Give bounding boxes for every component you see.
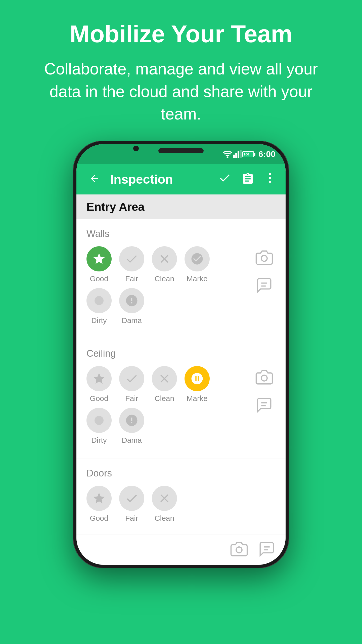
option-circle-walls-clean (152, 246, 177, 271)
svg-rect-2 (235, 153, 237, 158)
option-label-walls-damaged: Dama (122, 316, 142, 325)
action-icons-ceiling (253, 366, 276, 416)
option-walls-dirty[interactable]: Dirty (86, 288, 112, 325)
option-label-ceiling-fair: Fair (125, 394, 138, 403)
option-ceiling-dirty[interactable]: Dirty (86, 408, 112, 445)
svg-point-9 (269, 173, 271, 175)
option-label-doors-clean: Clean (155, 514, 174, 522)
svg-point-20 (236, 547, 242, 553)
check-button[interactable] (218, 171, 231, 187)
svg-point-11 (269, 181, 271, 183)
camera-button-walls[interactable] (253, 246, 276, 269)
options-area-doors: Good Fair (86, 486, 276, 528)
options-row-doors-1: Good Fair (86, 486, 276, 522)
option-doors-clean[interactable]: Clean (152, 486, 177, 522)
option-walls-fair[interactable]: Fair (119, 246, 144, 283)
svg-point-17 (261, 375, 267, 381)
option-ceiling-damaged[interactable]: Dama (119, 408, 144, 445)
svg-text:100: 100 (244, 152, 249, 156)
option-ceiling-good[interactable]: Good (86, 366, 112, 403)
camera-button-ceiling[interactable] (253, 366, 276, 389)
option-label-ceiling-dirty: Dirty (91, 436, 107, 445)
option-walls-clean[interactable]: Clean (152, 246, 177, 283)
battery-icon: 100 (242, 151, 255, 158)
toolbar-title: Inspection (110, 172, 218, 187)
option-ceiling-clean[interactable]: Clean (152, 366, 177, 403)
option-circle-ceiling-dirty (86, 408, 112, 433)
status-time: 6:00 (258, 149, 276, 159)
option-circle-walls-fair (119, 246, 144, 271)
note-button-ceiling[interactable] (253, 394, 276, 416)
option-circle-walls-good (86, 246, 112, 271)
action-icons-walls (253, 246, 276, 297)
signal-icon (233, 150, 242, 158)
phone-screen: 100 6:00 Inspection (76, 144, 286, 565)
page-subtitle: Collaborate, manage and view all your da… (30, 58, 332, 126)
options-row-walls-2: Dirty Dama (86, 288, 248, 325)
item-row-walls: Good Fair (86, 246, 276, 330)
inspection-item-doors: Doors Good (76, 459, 286, 535)
back-button[interactable] (86, 169, 103, 190)
svg-rect-1 (233, 155, 235, 158)
option-walls-damaged[interactable]: Dama (119, 288, 144, 325)
option-label-doors-good: Good (90, 514, 108, 522)
option-doors-fair[interactable]: Fair (119, 486, 144, 522)
option-ceiling-marked[interactable]: Marke (185, 366, 210, 403)
svg-point-0 (227, 156, 228, 158)
toolbar-actions (218, 171, 276, 187)
svg-rect-6 (254, 153, 255, 156)
inspection-item-walls: Walls Good (76, 219, 286, 339)
toolbar: Inspection (76, 164, 286, 194)
item-row-doors: Good Fair (86, 486, 276, 528)
inspection-item-ceiling: Ceiling Good (76, 339, 286, 459)
phone-outer: 100 6:00 Inspection (73, 141, 289, 568)
section-header: Entry Area (76, 194, 286, 219)
more-button[interactable] (264, 171, 276, 187)
svg-point-10 (269, 177, 271, 179)
options-row-walls-1: Good Fair (86, 246, 248, 283)
option-circle-ceiling-clean (152, 366, 177, 391)
wifi-icon (222, 150, 233, 158)
option-label-walls-good: Good (90, 274, 108, 283)
option-circle-walls-marked (185, 246, 210, 271)
option-ceiling-fair[interactable]: Fair (119, 366, 144, 403)
header-section: Mobilize Your Team Collaborate, manage a… (0, 0, 362, 141)
option-circle-doors-fair (119, 486, 144, 511)
option-label-walls-fair: Fair (125, 274, 138, 283)
options-row-ceiling-1: Good Fair (86, 366, 248, 403)
options-row-ceiling-2: Dirty Dama (86, 408, 248, 445)
status-bar: 100 6:00 (76, 144, 286, 164)
option-circle-ceiling-marked (185, 366, 210, 391)
option-circle-ceiling-good (86, 366, 112, 391)
note-button-walls[interactable] (253, 274, 276, 297)
option-label-walls-dirty: Dirty (91, 316, 107, 325)
svg-point-12 (95, 296, 104, 305)
phone-mockup: 100 6:00 Inspection (73, 141, 289, 644)
section-title: Entry Area (86, 200, 276, 214)
note-button-bottom[interactable] (258, 540, 276, 559)
option-doors-good[interactable]: Good (86, 486, 112, 522)
option-walls-marked[interactable]: Marke (185, 246, 210, 283)
options-area-ceiling: Good Fair (86, 366, 248, 450)
option-label-doors-fair: Fair (125, 514, 138, 522)
option-label-walls-marked: Marke (187, 274, 207, 283)
bottom-bar (76, 535, 286, 565)
option-label-ceiling-good: Good (90, 394, 108, 403)
page-title: Mobilize Your Team (30, 20, 332, 48)
svg-rect-4 (240, 150, 242, 158)
item-label-walls: Walls (86, 228, 276, 239)
option-label-ceiling-damaged: Dama (122, 436, 142, 445)
option-circle-doors-good (86, 486, 112, 511)
camera-button-bottom[interactable] (230, 540, 248, 559)
option-walls-good[interactable]: Good (86, 246, 112, 283)
content-area: Entry Area Walls (76, 194, 286, 535)
svg-point-13 (261, 255, 267, 261)
option-circle-ceiling-damaged (119, 408, 144, 433)
item-row-ceiling: Good Fair (86, 366, 276, 450)
option-circle-walls-dirty (86, 288, 112, 313)
item-label-ceiling: Ceiling (86, 348, 276, 359)
phone-camera (133, 146, 139, 151)
phone-speaker (158, 148, 204, 153)
clipboard-button[interactable] (241, 172, 254, 186)
option-circle-ceiling-fair (119, 366, 144, 391)
